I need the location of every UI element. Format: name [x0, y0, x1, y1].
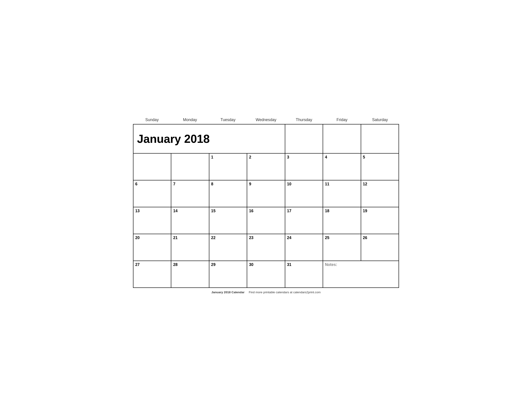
day-cell-22: 22 [209, 234, 247, 261]
day-cell-7: 7 [171, 180, 209, 207]
header-row-thu-empty [285, 124, 323, 154]
month-title-cell: January 2018 [133, 124, 285, 154]
day-cell-18: 18 [323, 207, 361, 234]
day-cell-19: 19 [361, 207, 399, 234]
day-cell-12: 12 [361, 180, 399, 207]
day-cell-25: 25 [323, 234, 361, 261]
day-cell-24: 24 [285, 234, 323, 261]
day-cell-29: 29 [209, 261, 247, 288]
header-row-sat-empty [361, 124, 399, 154]
day-cell-3: 3 [285, 154, 323, 180]
footer-text: Find more printable calendars at calenda… [249, 290, 321, 294]
header-row-fri-empty [323, 124, 361, 154]
day-cell-9: 9 [247, 180, 285, 207]
header-friday: Friday [323, 116, 361, 124]
calendar-footer: January 2018 Calendar Find more printabl… [133, 290, 399, 295]
day-cell-11: 11 [323, 180, 361, 207]
calendar-wrapper: Sunday Monday Tuesday Wednesday Thursday… [133, 116, 399, 295]
notes-label: Notes: [325, 262, 337, 267]
day-cell-31: 31 [285, 261, 323, 288]
day-cell-10: 10 [285, 180, 323, 207]
day-cell-16: 16 [247, 207, 285, 234]
day-cell-17: 17 [285, 207, 323, 234]
month-title: January 2018 [137, 132, 209, 146]
day-headers: Sunday Monday Tuesday Wednesday Thursday… [133, 116, 399, 124]
header-wednesday: Wednesday [247, 116, 285, 124]
day-cell-23: 23 [247, 234, 285, 261]
day-cell-empty-mon [171, 154, 209, 180]
header-monday: Monday [171, 116, 209, 124]
day-cell-1: 1 [209, 154, 247, 180]
day-cell-27: 27 [133, 261, 171, 288]
header-tuesday: Tuesday [209, 116, 247, 124]
header-sunday: Sunday [133, 116, 171, 124]
day-cell-empty-sun [133, 154, 171, 180]
day-cell-28: 28 [171, 261, 209, 288]
header-thursday: Thursday [285, 116, 323, 124]
day-cell-30: 30 [247, 261, 285, 288]
day-cell-20: 20 [133, 234, 171, 261]
header-saturday: Saturday [361, 116, 399, 124]
footer-title: January 2018 Calendar [211, 290, 245, 294]
day-cell-15: 15 [209, 207, 247, 234]
day-cell-6: 6 [133, 180, 171, 207]
day-cell-8: 8 [209, 180, 247, 207]
notes-cell: Notes: [323, 261, 399, 288]
day-cell-21: 21 [171, 234, 209, 261]
day-cell-26: 26 [361, 234, 399, 261]
day-cell-5: 5 [361, 154, 399, 180]
day-cell-14: 14 [171, 207, 209, 234]
day-cell-4: 4 [323, 154, 361, 180]
day-cell-13: 13 [133, 207, 171, 234]
day-cell-2: 2 [247, 154, 285, 180]
calendar-grid: January 2018 1 2 3 4 5 6 7 [133, 124, 399, 288]
